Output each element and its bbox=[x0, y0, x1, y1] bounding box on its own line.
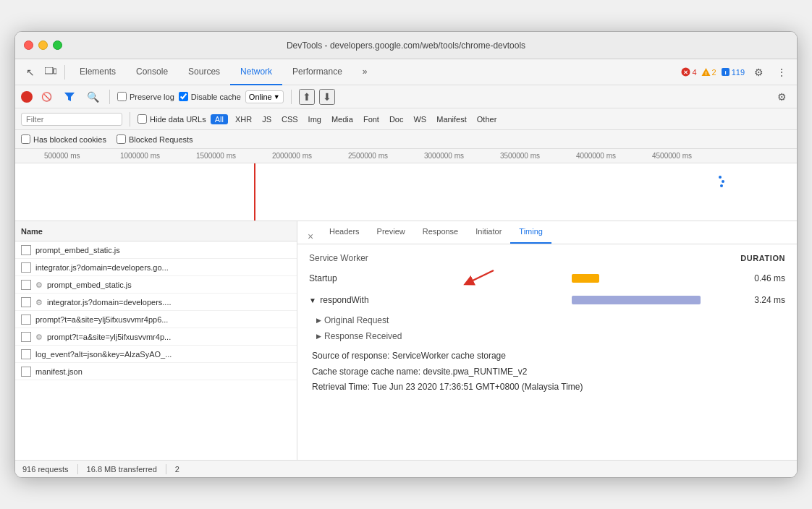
response-received-row[interactable]: ▶ Response Received bbox=[309, 328, 785, 344]
timeline-content[interactable] bbox=[15, 163, 797, 221]
disable-cache-label[interactable]: Disable cache bbox=[179, 92, 241, 101]
item-name: prompt?t=a&site=ylj5ifxusvvmr4p... bbox=[47, 333, 171, 341]
statusbar-divider2 bbox=[166, 464, 166, 474]
list-item[interactable]: ⚙ prompt_embed_static.js bbox=[15, 276, 297, 294]
settings2-icon[interactable]: ⚙ bbox=[772, 87, 791, 106]
item-name: prompt?t=a&site=ylj5ifxusvvmr4pp6... bbox=[35, 315, 168, 324]
blocked-cookies-checkbox[interactable] bbox=[21, 134, 30, 144]
filter-xhr[interactable]: XHR bbox=[232, 114, 255, 124]
list-item[interactable]: ⚙ prompt?t=a&site=ylj5ifxusvvmr4p... bbox=[15, 328, 297, 346]
original-request-row[interactable]: ▶ Original Request bbox=[309, 312, 785, 328]
hide-data-urls-checkbox[interactable] bbox=[138, 114, 147, 124]
clear-button[interactable]: 🚫 bbox=[37, 87, 56, 106]
window-title: DevTools - developers.google.com/web/too… bbox=[287, 40, 525, 51]
info-line-1: Cache storage cache name: devsite.pwa_RU… bbox=[312, 364, 785, 380]
duration-label: DURATION bbox=[740, 254, 785, 262]
divider bbox=[64, 65, 65, 80]
more-options-icon[interactable]: ⋮ bbox=[772, 63, 791, 82]
cursor-icon[interactable]: ↖ bbox=[21, 63, 40, 82]
blocked-cookies-label[interactable]: Has blocked cookies bbox=[21, 134, 106, 144]
filter-all-button[interactable]: All bbox=[211, 114, 228, 124]
timeline-mark-5: 3000000 ms bbox=[424, 152, 500, 160]
item-name: integrator.js?domain=developers.... bbox=[47, 298, 172, 307]
startup-bar bbox=[572, 274, 599, 283]
startup-label: Startup bbox=[309, 273, 396, 283]
timeline-mark-6: 3500000 ms bbox=[500, 152, 576, 160]
file-icon bbox=[21, 367, 31, 377]
import-icon[interactable]: ⬆ bbox=[299, 89, 315, 105]
list-item[interactable]: manifest.json bbox=[15, 363, 297, 380]
detail-panel: × Headers Preview Response Initiator Tim… bbox=[297, 221, 797, 460]
maximize-button[interactable] bbox=[53, 40, 62, 50]
settings-icon[interactable]: ⚙ bbox=[749, 63, 768, 82]
timeline-mark-7: 4000000 ms bbox=[576, 152, 652, 160]
info-block: Source of response: ServiceWorker cache … bbox=[309, 348, 785, 395]
blocked-requests-checkbox[interactable] bbox=[117, 134, 126, 144]
tab-preview[interactable]: Preview bbox=[368, 221, 414, 244]
startup-bar-area bbox=[396, 273, 735, 284]
gear-small-icon: ⚙ bbox=[35, 298, 44, 307]
respond-with-bar-area bbox=[396, 294, 735, 306]
file-icon bbox=[21, 245, 31, 255]
filter-input[interactable] bbox=[21, 113, 122, 126]
filter-icon[interactable] bbox=[60, 87, 79, 106]
filter-manifest[interactable]: Manifest bbox=[434, 114, 470, 124]
filter-doc[interactable]: Doc bbox=[386, 114, 407, 124]
tab-timing[interactable]: Timing bbox=[510, 221, 551, 244]
file-icon bbox=[21, 332, 31, 342]
record-button[interactable] bbox=[21, 91, 33, 103]
preserve-log-text: Preserve log bbox=[130, 93, 174, 101]
respond-with-label: ▼ respondWith bbox=[309, 295, 396, 305]
expand-triangle-icon[interactable]: ▼ bbox=[309, 296, 316, 304]
item-name: manifest.json bbox=[35, 367, 83, 376]
blocked-requests-label[interactable]: Blocked Requests bbox=[117, 134, 193, 144]
list-item[interactable]: log_event?alt=json&key=AlzaSyAO_... bbox=[15, 346, 297, 363]
timeline-mark-1: 1000000 ms bbox=[120, 152, 196, 160]
list-item[interactable]: prompt_embed_static.js bbox=[15, 241, 297, 259]
transferred-size: 16.8 MB transferred bbox=[87, 465, 157, 474]
list-item[interactable]: ⚙ integrator.js?domain=developers.... bbox=[15, 294, 297, 311]
list-item[interactable]: integrator.js?domain=developers.go... bbox=[15, 259, 297, 276]
filter-img[interactable]: Img bbox=[305, 114, 324, 124]
close-detail-button[interactable]: × bbox=[303, 229, 318, 244]
network-list-panel: Name prompt_embed_static.js integrator.j… bbox=[15, 221, 297, 460]
search-icon[interactable]: 🔍 bbox=[83, 87, 102, 106]
preserve-log-checkbox[interactable] bbox=[117, 92, 127, 101]
chevron-down-icon: ▼ bbox=[274, 93, 280, 100]
throttle-select[interactable]: Online ▼ bbox=[245, 90, 284, 103]
tab-performance[interactable]: Performance bbox=[282, 59, 352, 85]
svg-rect-1 bbox=[54, 69, 56, 74]
info-badge: i 119 bbox=[721, 67, 745, 77]
filter-css[interactable]: CSS bbox=[279, 114, 301, 124]
throttle-value: Online bbox=[249, 93, 272, 101]
response-received-label: Response Received bbox=[324, 331, 402, 341]
device-icon[interactable] bbox=[41, 63, 60, 82]
timeline-mark-2: 1500000 ms bbox=[196, 152, 272, 160]
filter-ws[interactable]: WS bbox=[410, 114, 429, 124]
tab-console[interactable]: Console bbox=[126, 59, 178, 85]
tab-headers[interactable]: Headers bbox=[321, 221, 368, 244]
main-area: Name prompt_embed_static.js integrator.j… bbox=[15, 221, 797, 460]
tab-elements[interactable]: Elements bbox=[69, 59, 126, 85]
tab-network[interactable]: Network bbox=[230, 59, 282, 85]
divider4 bbox=[130, 112, 130, 127]
timeline-area: 500000 ms 1000000 ms 1500000 ms 2000000 … bbox=[15, 149, 797, 221]
tab-more[interactable]: » bbox=[352, 59, 378, 85]
timeline-cursor bbox=[254, 163, 255, 221]
disable-cache-text: Disable cache bbox=[191, 93, 241, 101]
preserve-log-label[interactable]: Preserve log bbox=[117, 92, 174, 101]
filter-font[interactable]: Font bbox=[360, 114, 382, 124]
tab-sources[interactable]: Sources bbox=[178, 59, 230, 85]
tab-response[interactable]: Response bbox=[414, 221, 468, 244]
close-button[interactable] bbox=[24, 40, 33, 50]
filter-js[interactable]: JS bbox=[259, 114, 274, 124]
filter-media[interactable]: Media bbox=[329, 114, 356, 124]
list-item[interactable]: prompt?t=a&site=ylj5ifxusvvmr4pp6... bbox=[15, 311, 297, 328]
disable-cache-checkbox[interactable] bbox=[179, 92, 188, 101]
hide-data-urls-label[interactable]: Hide data URLs bbox=[138, 114, 206, 124]
minimize-button[interactable] bbox=[38, 40, 48, 50]
timing-content: Service Worker DURATION Startup bbox=[297, 244, 797, 404]
filter-other[interactable]: Other bbox=[474, 114, 500, 124]
tab-initiator[interactable]: Initiator bbox=[467, 221, 510, 244]
export-icon[interactable]: ⬇ bbox=[319, 89, 335, 105]
